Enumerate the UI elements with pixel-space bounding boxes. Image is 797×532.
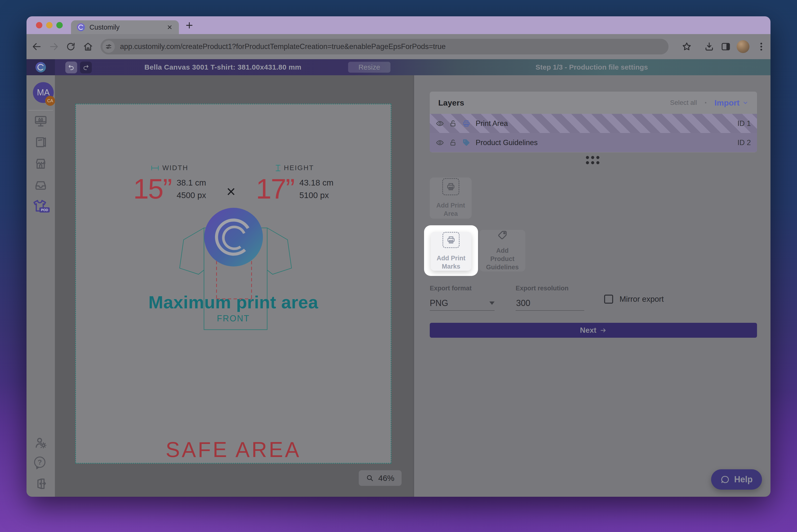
download-icon[interactable] bbox=[704, 41, 715, 52]
width-cm: 38.1 cm bbox=[176, 178, 206, 187]
production-settings-panel: Layers Select all Import bbox=[413, 75, 771, 497]
product-artboard: WIDTH 15” 38.1 cm4500 px × bbox=[75, 104, 392, 463]
tshirt-template-graphic bbox=[76, 104, 391, 463]
width-px: 4500 px bbox=[176, 190, 206, 200]
next-button[interactable]: Next bbox=[430, 323, 757, 338]
layer-name: Product Guidelines bbox=[476, 138, 732, 147]
width-label: WIDTH bbox=[162, 164, 188, 172]
printer-icon bbox=[462, 119, 471, 128]
sidebar-divider bbox=[29, 110, 53, 111]
user-avatar[interactable]: MA CA bbox=[33, 82, 54, 103]
close-window-button[interactable] bbox=[36, 22, 42, 28]
side-panel-icon[interactable] bbox=[721, 41, 731, 52]
zoom-control[interactable]: 46% bbox=[359, 470, 402, 486]
undo-button[interactable] bbox=[65, 61, 77, 73]
site-settings-icon[interactable] bbox=[102, 40, 115, 53]
browser-tab[interactable]: Customily bbox=[71, 20, 179, 34]
tab-strip: Customily bbox=[26, 16, 771, 34]
pod-badge: POD bbox=[39, 207, 50, 212]
main-content: MA CA bbox=[26, 75, 771, 497]
url-bar[interactable]: app.customily.com/createProduct1?forProd… bbox=[100, 39, 668, 54]
design-editor-icon[interactable] bbox=[34, 114, 47, 128]
home-icon[interactable] bbox=[83, 41, 93, 52]
zoom-level: 46% bbox=[378, 474, 394, 483]
export-resolution-field bbox=[516, 296, 584, 311]
add-product-guidelines-label: Add Product Guidelines bbox=[483, 247, 521, 271]
step-title: Step 1/3 - Production file settings bbox=[413, 59, 771, 75]
chat-bubble-icon bbox=[720, 475, 730, 484]
help-label: Help bbox=[734, 475, 753, 484]
layer-id: ID 2 bbox=[737, 138, 751, 147]
safe-area-label: SAFE AREA bbox=[76, 438, 391, 462]
unlock-icon[interactable] bbox=[449, 139, 457, 147]
url-text: app.customily.com/createProduct1?forProd… bbox=[120, 42, 445, 51]
panel-drag-handle[interactable] bbox=[586, 156, 600, 164]
account-settings-icon[interactable] bbox=[34, 436, 47, 450]
front-label: FRONT bbox=[76, 314, 391, 323]
customily-logo bbox=[26, 59, 55, 75]
export-format-select[interactable]: PNG bbox=[430, 296, 495, 311]
next-arrow-icon bbox=[600, 327, 607, 334]
bookmark-star-icon[interactable] bbox=[682, 41, 692, 52]
product-guidelines-icon bbox=[495, 230, 510, 241]
browser-menu-icon[interactable] bbox=[756, 41, 766, 52]
logout-icon[interactable] bbox=[34, 477, 47, 490]
close-tab-icon[interactable] bbox=[167, 24, 173, 30]
import-button[interactable]: Import bbox=[715, 98, 748, 108]
layers-card: Layers Select all Import bbox=[430, 92, 757, 152]
customily-favicon bbox=[77, 23, 85, 32]
select-arrow-icon bbox=[489, 302, 495, 305]
visibility-icon[interactable] bbox=[436, 119, 444, 128]
height-label: HEIGHT bbox=[284, 164, 314, 172]
browser-profile-avatar[interactable] bbox=[737, 40, 749, 53]
tab-title: Customily bbox=[90, 23, 167, 31]
browser-toolbar: app.customily.com/createProduct1?forProd… bbox=[26, 34, 771, 59]
customily-watermark-logo bbox=[204, 208, 263, 266]
export-resolution-input[interactable] bbox=[516, 298, 584, 308]
next-label: Next bbox=[580, 326, 596, 335]
layer-row-print-area[interactable]: Print Area ID 1 bbox=[430, 114, 757, 133]
max-print-area-label: Maximum print area bbox=[76, 292, 391, 312]
unlock-icon[interactable] bbox=[449, 119, 457, 128]
browser-window: Customily bbox=[26, 16, 771, 497]
resize-button[interactable]: Resize bbox=[348, 62, 391, 73]
templates-icon[interactable] bbox=[34, 136, 47, 149]
print-area-icon bbox=[442, 178, 459, 195]
store-icon[interactable] bbox=[34, 157, 47, 170]
width-inches: 15” bbox=[133, 177, 172, 201]
new-tab-button[interactable] bbox=[185, 21, 194, 30]
height-inches: 17” bbox=[256, 177, 295, 201]
visibility-icon[interactable] bbox=[436, 139, 444, 147]
maximize-window-button[interactable] bbox=[56, 22, 63, 28]
inbox-icon[interactable] bbox=[34, 178, 47, 192]
add-print-marks-button[interactable]: Add Print Marks bbox=[431, 232, 471, 271]
select-all-button[interactable]: Select all bbox=[670, 99, 697, 107]
add-print-area-button[interactable]: Add Print Area bbox=[430, 177, 472, 218]
minimize-window-button[interactable] bbox=[46, 22, 53, 28]
separator-dot bbox=[705, 102, 706, 103]
back-icon[interactable] bbox=[32, 41, 42, 52]
print-marks-icon bbox=[442, 232, 459, 248]
mirror-export-label: Mirror export bbox=[620, 294, 664, 304]
add-product-guidelines-button[interactable]: Add Product Guidelines bbox=[479, 230, 525, 271]
avatar-initials: MA bbox=[37, 88, 50, 97]
redo-button[interactable] bbox=[80, 61, 92, 73]
product-title: Bella Canvas 3001 T-shirt: 381.00x431.80… bbox=[105, 59, 341, 75]
pod-products-icon[interactable]: POD bbox=[32, 198, 49, 215]
width-icon bbox=[151, 166, 159, 171]
export-format-value: PNG bbox=[430, 298, 448, 308]
help-button[interactable]: Help bbox=[711, 469, 762, 490]
chevron-down-icon bbox=[742, 100, 748, 106]
app-sidebar: MA CA bbox=[26, 75, 55, 497]
reload-icon[interactable] bbox=[65, 41, 76, 52]
times-symbol: × bbox=[226, 183, 236, 201]
add-print-area-label: Add Print Area bbox=[435, 202, 466, 218]
help-faq-icon[interactable]: ? bbox=[34, 456, 47, 470]
layer-row-product-guidelines[interactable]: Product Guidelines ID 2 bbox=[430, 133, 757, 152]
editor-top-bar: Bella Canvas 3001 T-shirt: 381.00x431.80… bbox=[26, 59, 771, 75]
tag-icon bbox=[462, 139, 471, 147]
forward-icon[interactable] bbox=[49, 41, 59, 52]
width-dimension: WIDTH 15” 38.1 cm4500 px bbox=[133, 164, 206, 202]
layers-header: Layers Select all Import bbox=[430, 92, 757, 114]
mirror-export-checkbox[interactable] bbox=[604, 294, 613, 304]
